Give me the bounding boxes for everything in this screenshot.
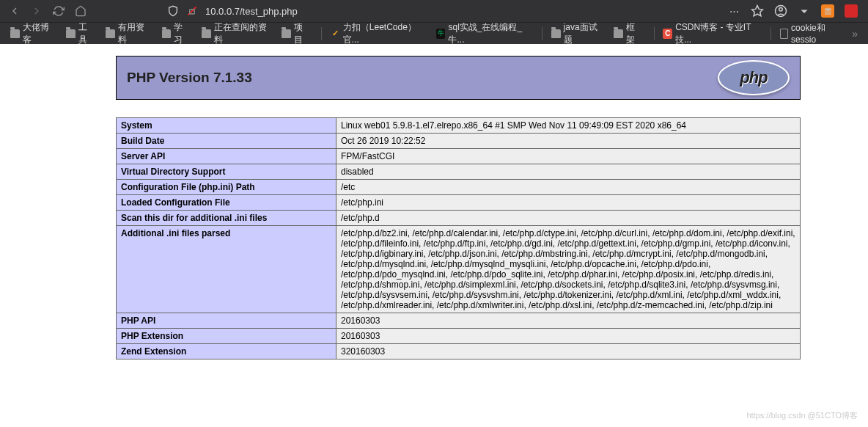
account-icon[interactable] (774, 4, 787, 18)
config-key: PHP API (117, 313, 336, 329)
bookmark-item[interactable]: 有用资料 (101, 19, 154, 48)
watermark: https://blog.csdn @51CTO博客 (746, 410, 858, 421)
config-key: Additional .ini files parsed (117, 226, 336, 313)
bookmark-label: 大佬博客 (23, 21, 54, 46)
nowcoder-icon: 牛 (436, 29, 446, 39)
address-bar[interactable]: 10.0.0.7/test_php.php (94, 5, 727, 17)
svg-point-3 (779, 8, 783, 12)
bookmark-label: 项目 (294, 21, 310, 46)
csdn-icon: C (663, 29, 672, 39)
bookmarks-bar: 大佬博客工具有用资料学习正在查阅的资料项目✓力扣（LeetCode）官...牛s… (0, 22, 868, 44)
php-logo: php (718, 60, 790, 95)
table-row: Configuration File (php.ini) Path/etc (117, 180, 801, 195)
table-row: Additional .ini files parsed/etc/php.d/b… (117, 226, 801, 313)
phpinfo-table: SystemLinux web01 5.9.8-1.el7.elrepo.x86… (116, 117, 801, 360)
config-value: 20160303 (336, 329, 801, 344)
php-logo-text: php (719, 62, 788, 94)
table-row: PHP API20160303 (117, 313, 801, 329)
svg-marker-1 (752, 6, 763, 16)
config-key: Scan this dir for additional .ini files (117, 211, 336, 226)
extension-icon-2[interactable] (845, 4, 858, 18)
folder-icon (162, 29, 172, 38)
config-value: 320160303 (336, 344, 801, 360)
bookmark-item[interactable]: 学习 (158, 19, 194, 48)
shield-icon[interactable] (167, 5, 179, 17)
config-key: Build Date (117, 134, 336, 149)
config-key: Configuration File (php.ini) Path (117, 180, 336, 195)
leetcode-icon: ✓ (331, 29, 340, 39)
table-row: Virtual Directory Supportdisabled (117, 164, 801, 180)
bookmark-item[interactable]: CCSDN博客 - 专业IT技... (658, 19, 763, 48)
config-key: PHP Extension (117, 329, 336, 344)
bookmark-label: 框架 (626, 21, 642, 46)
config-key: Zend Extension (117, 344, 336, 360)
config-value: /etc/php.ini (336, 195, 801, 211)
table-row: Loaded Configuration File/etc/php.ini (117, 195, 801, 211)
bookmarks-overflow-icon[interactable]: » (852, 28, 858, 40)
config-value: /etc/php.d (336, 211, 801, 226)
toolbar-right: ⋯ 書 (727, 4, 862, 18)
phpinfo-header: PHP Version 7.1.33 php (116, 56, 801, 100)
more-icon[interactable]: ⋯ (727, 4, 740, 18)
php-version-title: PHP Version 7.1.33 (127, 70, 252, 86)
table-row: Scan this dir for additional .ini files/… (117, 211, 801, 226)
bookmark-label: cookie和sessio (791, 22, 845, 45)
download-indicator-icon[interactable] (798, 4, 811, 18)
config-value: /etc (336, 180, 801, 195)
url-text: 10.0.0.7/test_php.php (205, 6, 298, 17)
table-row: Zend Extension320160303 (117, 344, 801, 360)
config-value: 20160303 (336, 313, 801, 329)
folder-icon (202, 29, 211, 38)
bookmark-item[interactable]: 正在查阅的资料 (197, 19, 274, 48)
bookmark-label: 学习 (174, 21, 190, 46)
table-row: Server APIFPM/FastCGI (117, 149, 801, 164)
folder-icon (551, 29, 561, 38)
reload-button[interactable] (50, 2, 67, 20)
bookmark-label: CSDN博客 - 专业IT技... (675, 21, 759, 46)
config-value: Oct 26 2019 10:22:52 (336, 134, 801, 149)
config-key: Virtual Directory Support (117, 164, 336, 180)
folder-icon (10, 29, 20, 38)
bookmark-label: sql实战_在线编程_牛... (448, 21, 530, 46)
table-row: Build DateOct 26 2019 10:22:52 (117, 134, 801, 149)
bookmark-label: 工具 (78, 21, 95, 46)
bookmark-item[interactable]: 项目 (277, 19, 314, 48)
config-value: FPM/FastCGI (336, 149, 801, 164)
folder-icon (106, 29, 115, 38)
bookmark-item[interactable]: 大佬博客 (6, 19, 59, 48)
back-button[interactable] (6, 2, 23, 20)
folder-icon (614, 29, 623, 38)
config-value: /etc/php.d/bz2.ini, /etc/php.d/calendar.… (336, 226, 801, 313)
bookmark-item[interactable]: 牛sql实战_在线编程_牛... (432, 19, 534, 48)
folder-icon (66, 29, 76, 38)
star-icon[interactable] (751, 4, 764, 18)
config-key: System (117, 118, 336, 134)
bookmark-item[interactable]: 工具 (62, 19, 98, 48)
home-button[interactable] (72, 2, 89, 20)
page-content: PHP Version 7.1.33 php SystemLinux web01… (0, 44, 868, 360)
extension-icon-1[interactable]: 書 (821, 4, 834, 18)
forward-button[interactable] (28, 2, 45, 20)
folder-icon (282, 29, 291, 38)
bookmark-label: 有用资料 (118, 21, 150, 46)
bookmark-item[interactable]: java面试题 (547, 19, 606, 48)
bookmark-label: 正在查阅的资料 (214, 21, 270, 46)
config-value: Linux web01 5.9.8-1.el7.elrepo.x86_64 #1… (336, 118, 801, 134)
bookmark-label: 力扣（LeetCode）官... (343, 21, 424, 46)
bookmark-item[interactable]: ✓力扣（LeetCode）官... (326, 19, 429, 48)
table-row: SystemLinux web01 5.9.8-1.el7.elrepo.x86… (117, 118, 801, 134)
bookmark-label: java面试题 (564, 21, 603, 46)
config-key: Loaded Configuration File (117, 195, 336, 211)
config-key: Server API (117, 149, 336, 164)
page-icon (780, 29, 788, 39)
table-row: PHP Extension20160303 (117, 329, 801, 344)
bookmark-item[interactable]: 框架 (609, 19, 646, 48)
bookmark-item[interactable]: cookie和sessio (776, 20, 849, 47)
insecure-icon[interactable] (186, 5, 198, 17)
config-value: disabled (336, 164, 801, 180)
